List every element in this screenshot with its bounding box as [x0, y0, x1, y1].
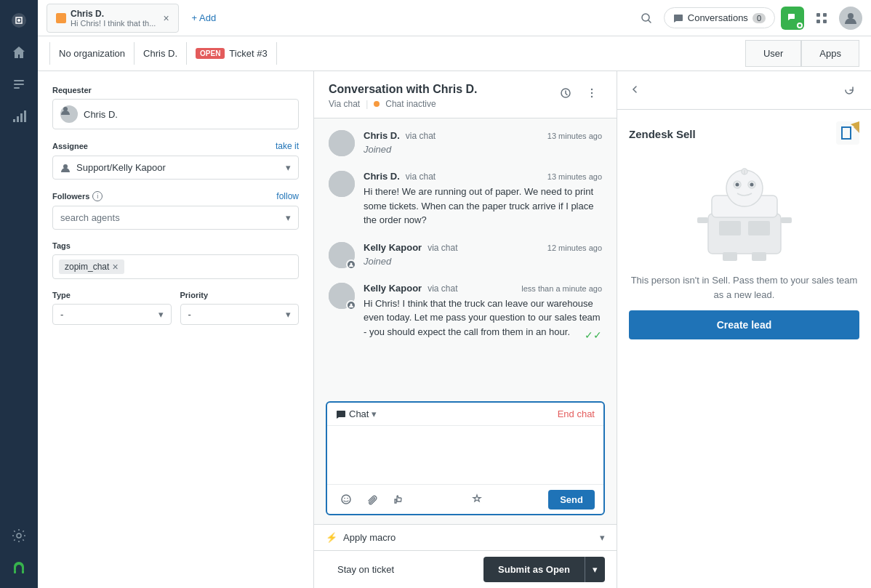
- msg-text-1: Joined: [364, 144, 602, 155]
- followers-search[interactable]: search agents ▾: [52, 206, 299, 230]
- sell-illustration: [665, 156, 824, 265]
- nav-zendesk-icon[interactable]: [4, 553, 33, 582]
- via-chat-label: Via chat: [329, 99, 360, 109]
- tab-icon: [56, 13, 66, 23]
- user-avatar[interactable]: [839, 7, 862, 30]
- add-tab-button[interactable]: + Add: [185, 8, 224, 28]
- add-tab-label: + Add: [192, 12, 217, 23]
- right-panel-header: [617, 71, 871, 110]
- svg-rect-11: [22, 570, 24, 573]
- nav-home-icon[interactable]: [4, 38, 33, 67]
- breadcrumb-no-org[interactable]: No organization: [49, 42, 135, 65]
- conversation-history-icon[interactable]: [555, 83, 576, 103]
- svg-rect-15: [816, 20, 820, 23]
- msg-avatar-2: [329, 171, 355, 197]
- collapse-button[interactable]: [629, 84, 641, 97]
- stay-on-ticket-button[interactable]: Stay on ticket: [326, 558, 406, 581]
- message-item: Chris D. via chat 13 minutes ago Hi ther…: [329, 171, 602, 227]
- submit-bar: Stay on ticket Submit as Open ▾: [314, 550, 617, 588]
- zendesk-sell-card: Zendesk Sell: [617, 110, 871, 351]
- tags-container[interactable]: zopim_chat ×: [52, 254, 299, 279]
- submit-as-open-button[interactable]: Submit as Open: [483, 557, 585, 582]
- open-badge: OPEN: [196, 48, 225, 59]
- ticket-number: Ticket #3: [229, 48, 267, 59]
- nav-settings-icon[interactable]: [4, 521, 33, 550]
- tab-close-icon[interactable]: ×: [163, 12, 169, 24]
- sell-logo-icon: [836, 121, 859, 147]
- followers-label: Followers: [52, 192, 89, 201]
- nav-logo[interactable]: [4, 6, 33, 35]
- refresh-button[interactable]: [839, 80, 859, 100]
- follow-link[interactable]: follow: [276, 191, 299, 201]
- priority-label: Priority: [180, 291, 300, 299]
- create-lead-button[interactable]: Create lead: [629, 310, 859, 339]
- search-button[interactable]: [635, 7, 658, 30]
- submit-dropdown-button[interactable]: ▾: [585, 557, 605, 582]
- msg-text-2: Hi there! We are running out of paper. W…: [364, 185, 602, 227]
- composer-mode-selector[interactable]: Chat ▾: [336, 408, 377, 419]
- apps-tab[interactable]: Apps: [801, 40, 859, 67]
- followers-info-icon[interactable]: i: [92, 191, 103, 201]
- chat-status-label: Chat inactive: [385, 99, 436, 109]
- macro-chevron-icon[interactable]: ▾: [600, 532, 605, 543]
- tag-remove-icon[interactable]: ×: [112, 261, 118, 273]
- active-tab[interactable]: Chris D. Hi Chris! I think that th... ×: [47, 4, 179, 33]
- send-button[interactable]: Send: [548, 490, 595, 510]
- conversation-title: Conversation with Chris D.: [329, 83, 477, 96]
- priority-chevron-icon: ▾: [286, 309, 291, 320]
- user-tab[interactable]: User: [745, 40, 801, 67]
- attachment-button[interactable]: [362, 489, 382, 510]
- svg-point-9: [17, 533, 21, 538]
- type-select[interactable]: - ▾: [52, 304, 172, 325]
- thumbsup-button[interactable]: [388, 489, 409, 510]
- svg-rect-14: [823, 13, 827, 17]
- ai-assist-button[interactable]: [467, 489, 487, 510]
- conversations-button[interactable]: Conversations 0: [664, 7, 775, 28]
- requester-input[interactable]: Chris D.: [52, 99, 299, 129]
- svg-point-21: [591, 89, 593, 90]
- svg-point-23: [591, 96, 593, 97]
- requester-label: Requester: [52, 86, 299, 94]
- svg-rect-8: [24, 110, 26, 122]
- assignee-group: Assignee take it Support/Kelly Kapoor ▾: [52, 141, 299, 180]
- composer-input[interactable]: [327, 426, 603, 484]
- breadcrumb-person[interactable]: Chris D.: [135, 42, 187, 65]
- message-item: Kelly Kapoor via chat 12 minutes ago Joi…: [329, 242, 602, 268]
- conversations-badge: 0: [752, 13, 766, 23]
- grid-button[interactable]: [810, 7, 833, 30]
- left-panel: Requester Chris D. Assign: [38, 71, 314, 588]
- type-priority-row: Type - ▾ Priority - ▾: [52, 291, 299, 325]
- composer-mode-label: Chat: [349, 408, 369, 419]
- macro-label: Apply macro: [343, 532, 594, 543]
- msg-avatar-4: [329, 283, 355, 309]
- tab-preview: Hi Chris! I think that th...: [71, 19, 156, 28]
- composer-area: Chat ▾ End chat: [326, 401, 605, 515]
- agent-badge-icon: [346, 259, 356, 270]
- msg-sender-4: Kelly Kapoor: [364, 283, 422, 294]
- svg-point-40: [750, 183, 753, 187]
- macro-bar: ⚡ Apply macro ▾: [314, 524, 617, 550]
- assignee-select[interactable]: Support/Kelly Kapoor ▾: [52, 156, 299, 180]
- msg-via-4: via chat: [428, 283, 457, 294]
- breadcrumb-ticket[interactable]: OPEN Ticket #3: [187, 42, 277, 65]
- svg-point-36: [726, 170, 763, 206]
- nav-tickets-icon[interactable]: [4, 70, 33, 99]
- emoji-button[interactable]: [336, 489, 356, 510]
- messages-list: Chris D. via chat 13 minutes ago Joined: [314, 118, 617, 401]
- svg-point-27: [344, 498, 345, 499]
- priority-select[interactable]: - ▾: [180, 304, 300, 325]
- svg-rect-43: [697, 217, 708, 223]
- requester-group: Requester Chris D.: [52, 86, 299, 129]
- svg-rect-10: [14, 570, 16, 573]
- conversation-more-icon[interactable]: [582, 83, 602, 103]
- msg-time-2: 13 minutes ago: [547, 172, 602, 181]
- nav-reports-icon[interactable]: [4, 102, 33, 131]
- status-button[interactable]: [781, 7, 804, 30]
- conversations-label: Conversations: [688, 12, 748, 23]
- svg-rect-44: [781, 217, 792, 223]
- tab-sender: Chris D.: [71, 9, 156, 19]
- type-label: Type: [52, 291, 172, 299]
- take-it-link[interactable]: take it: [276, 141, 299, 151]
- msg-sender-3: Kelly Kapoor: [364, 242, 422, 253]
- end-chat-button[interactable]: End chat: [558, 408, 595, 419]
